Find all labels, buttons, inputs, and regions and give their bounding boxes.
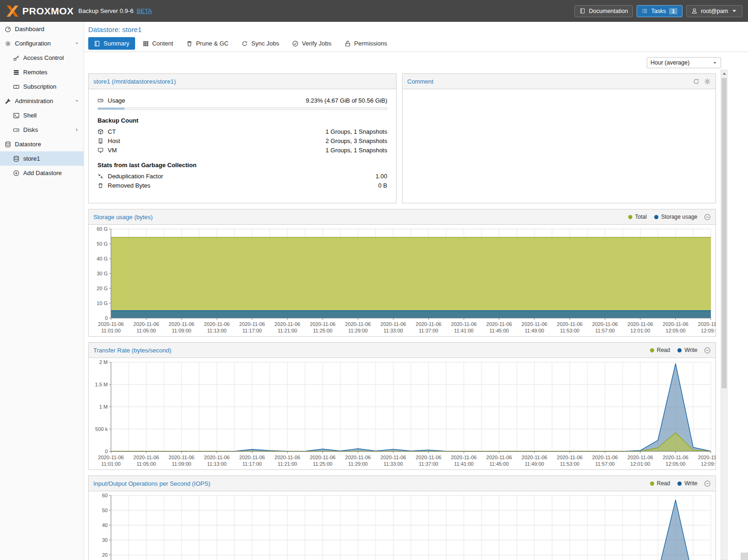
vertical-scrollbar[interactable]	[721, 70, 728, 560]
svg-text:2020-11-06: 2020-11-06	[274, 321, 300, 327]
tab-content[interactable]: Content	[137, 37, 179, 50]
svg-text:2020-11-06: 2020-11-06	[416, 321, 441, 327]
gear-icon[interactable]	[704, 78, 711, 85]
tasks-button[interactable]: Tasks 1	[637, 5, 683, 17]
grid-icon	[143, 40, 149, 47]
datastore-status-panel: store1 (/mnt/datastores/store1) Usage 9.…	[88, 73, 397, 203]
sidebar-item-subscription[interactable]: Subscription	[0, 79, 84, 94]
gears-icon	[5, 40, 11, 47]
legend-total[interactable]: Total	[628, 214, 647, 220]
panels-area: store1 (/mnt/datastores/store1) Usage 9.…	[88, 73, 716, 560]
transfer-rate-chart: 0500 k1 M1.5 M2 M2020-11-0611:01:002020-…	[89, 358, 715, 469]
legend-storage-usage[interactable]: Storage usage	[654, 214, 697, 220]
wrench-icon	[5, 98, 11, 104]
comment-panel: Comment	[402, 73, 716, 203]
user-menu-button[interactable]: root@pam	[686, 5, 742, 17]
tab-sync-jobs[interactable]: Sync Jobs	[236, 37, 285, 50]
documentation-button[interactable]: Documentation	[574, 5, 633, 17]
caret-right-icon[interactable]	[74, 127, 79, 132]
svg-text:12:01:00: 12:01:00	[631, 328, 650, 333]
scroll-up-arrow[interactable]	[721, 70, 727, 77]
tab-verify-jobs[interactable]: Verify Jobs	[286, 37, 337, 50]
legend-read[interactable]: Read	[650, 347, 670, 353]
vm-label: VM	[108, 147, 117, 154]
beta-link[interactable]: BETA	[137, 7, 152, 14]
storage-usage-chart: 010 G20 G30 G40 G50 G60 G2020-11-0611:01…	[89, 225, 715, 336]
status-panel-title: store1 (/mnt/datastores/store1)	[93, 78, 176, 85]
time-range-select[interactable]: Hour (average)	[647, 57, 721, 68]
comment-body[interactable]	[403, 89, 715, 102]
svg-text:50: 50	[102, 508, 108, 513]
svg-text:2020-11-06: 2020-11-06	[663, 455, 688, 460]
svg-text:11:37:00: 11:37:00	[419, 328, 438, 333]
svg-text:12:05:00: 12:05:00	[666, 461, 686, 467]
legend-write[interactable]: Write	[677, 347, 697, 353]
usage-value: 9.23% (4.67 GiB of 50.56 GiB)	[306, 97, 387, 104]
sidebar-item-label: Configuration	[15, 40, 51, 47]
svg-text:2020-11-06: 2020-11-06	[204, 455, 229, 460]
svg-text:11:29:00: 11:29:00	[348, 328, 368, 333]
legend-write[interactable]: Write	[677, 480, 697, 487]
refresh-icon[interactable]	[693, 78, 700, 85]
sidebar-item-shell[interactable]: Shell	[0, 108, 84, 123]
backup-count-title: Backup Count	[98, 117, 387, 124]
chart-title: Storage usage (bytes)	[93, 214, 153, 221]
tab-summary[interactable]: Summary	[88, 37, 135, 50]
svg-text:11:41:00: 11:41:00	[454, 328, 474, 333]
collapse-chart-button[interactable]	[704, 347, 711, 354]
svg-text:11:41:00: 11:41:00	[454, 461, 474, 467]
svg-text:2020-11-06: 2020-11-06	[698, 321, 715, 327]
gc-stats-title: Stats from last Garbage Collection	[98, 162, 387, 169]
svg-text:2020-11-06: 2020-11-06	[416, 455, 441, 460]
svg-text:2020-11-06: 2020-11-06	[451, 321, 476, 327]
tab-permissions[interactable]: Permissions	[339, 37, 393, 50]
plus-circle-icon	[13, 170, 20, 176]
check-circle-icon	[292, 40, 299, 47]
sidebar-item-datastore[interactable]: Datastore	[0, 137, 84, 151]
ct-value: 1 Groups, 1 Snapshots	[325, 128, 387, 135]
removed-bytes-value: 0 B	[378, 182, 387, 189]
svg-text:20 G: 20 G	[97, 286, 108, 291]
svg-text:11:25:00: 11:25:00	[313, 328, 332, 333]
tab-label: Summary	[104, 40, 130, 47]
host-label: Host	[108, 137, 120, 144]
tab-label: Prune & GC	[196, 40, 228, 47]
sidebar-item-configuration[interactable]: Configuration	[0, 36, 84, 51]
sidebar-item-store1[interactable]: store1	[0, 151, 84, 166]
legend-read[interactable]: Read	[650, 480, 670, 487]
svg-text:2020-11-06: 2020-11-06	[380, 321, 406, 327]
svg-text:11:45:00: 11:45:00	[489, 328, 509, 333]
collapse-chart-button[interactable]	[704, 480, 711, 487]
svg-text:12:05:00: 12:05:00	[666, 328, 686, 333]
sidebar-item-add-datastore[interactable]: Add Datastore	[0, 166, 84, 180]
svg-text:60 G: 60 G	[97, 226, 108, 232]
toolbar-row: Hour (average)	[84, 52, 748, 73]
vm-value: 1 Groups, 1 Snapshots	[325, 147, 387, 154]
book-icon	[579, 8, 585, 14]
page-title: Datastore: store1	[88, 26, 142, 33]
sidebar-item-disks[interactable]: Disks	[0, 123, 84, 137]
caret-down-icon[interactable]	[74, 98, 79, 104]
svg-text:1 M: 1 M	[99, 404, 108, 410]
sidebar-item-remotes[interactable]: Remotes	[0, 65, 84, 79]
svg-text:2020-11-06: 2020-11-06	[557, 455, 582, 460]
tab-prune-gc[interactable]: Prune & GC	[181, 37, 234, 50]
ct-count-row: CT 1 Groups, 1 Snapshots	[98, 127, 387, 136]
tasks-count-badge: 1	[669, 8, 677, 14]
sidebar-item-administration[interactable]: Administration	[0, 94, 84, 108]
sidebar-item-label: Subscription	[23, 83, 57, 90]
scrollbar-thumb[interactable]	[722, 78, 727, 388]
collapse-chart-button[interactable]	[704, 214, 711, 221]
top-bar: PROXMOX Backup Server 0.9-6 BETA Documen…	[0, 0, 748, 22]
building-icon	[98, 138, 104, 144]
svg-text:12:01:00: 12:01:00	[631, 461, 650, 467]
storage-usage-chart-panel: Storage usage (bytes) TotalStorage usage…	[88, 209, 716, 337]
chart-legend: TotalStorage usage	[628, 214, 697, 220]
sidebar-item-label: Datastore	[15, 141, 41, 148]
sidebar-item-access-control[interactable]: Access Control	[0, 51, 84, 65]
scrollbar-corner	[741, 553, 748, 560]
caret-down-icon[interactable]	[74, 41, 79, 46]
svg-text:11:57:00: 11:57:00	[595, 328, 615, 333]
sidebar-item-dashboard[interactable]: Dashboard	[0, 22, 84, 36]
svg-text:500 k: 500 k	[95, 426, 108, 432]
